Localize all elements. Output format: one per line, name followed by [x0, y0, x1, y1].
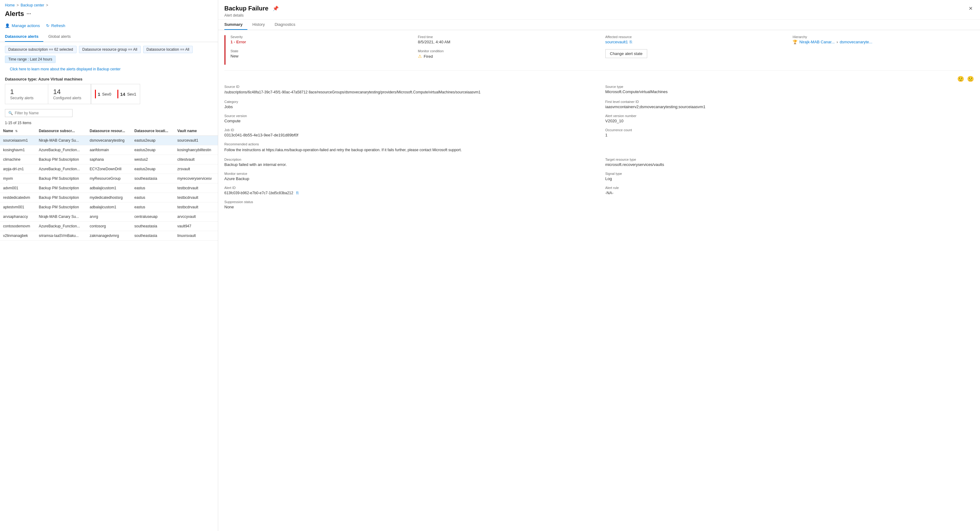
sev0-bar	[95, 90, 96, 99]
filter-location[interactable]: Datasource location == All	[143, 46, 192, 53]
sev0-item[interactable]: 1 Sev0	[95, 90, 111, 99]
monitor-service-label: Monitor service	[224, 172, 593, 175]
occurrence-label: Occurrence count	[605, 128, 974, 132]
sev0-label: Sev0	[102, 92, 111, 97]
cell-resourceGroup: mydedicatedhostsrg	[87, 193, 132, 202]
cell-resourceGroup: saphana	[87, 155, 132, 164]
filter-input-box: 🔍	[5, 109, 73, 117]
cell-location: eastus	[131, 193, 174, 202]
security-alerts-card[interactable]: 1 Security alerts	[5, 84, 48, 104]
close-panel-button[interactable]: ✕	[967, 4, 974, 13]
col-name[interactable]: Name ⇅	[0, 126, 36, 136]
description-item: Description Backup failed with an intern…	[224, 157, 593, 167]
severity-item: Severity 1 - Error	[231, 35, 412, 44]
fired-time-value: 8/5/2021, 4:40 AM	[418, 40, 599, 44]
right-panel: Backup Failure 📌 Alert details ✕ Summary…	[218, 0, 980, 531]
affected-resource-link[interactable]: sourcevault1	[605, 40, 628, 44]
category-item: Category Jobs	[224, 100, 593, 109]
cell-resourceGroup: dsmovecanarytesting	[87, 136, 132, 145]
copy-alert-id-icon[interactable]: ⎘	[296, 191, 299, 195]
cell-name: arvsaphanaccy	[0, 212, 36, 221]
breadcrumb-home[interactable]: Home	[5, 3, 15, 7]
cell-subscription: Nirajk-MAB Canary Su...	[36, 136, 87, 145]
cell-vault: kosinghaecybilltestin	[174, 145, 218, 155]
thumbs-down-button[interactable]: 🙁	[967, 76, 974, 83]
hierarchy-item2[interactable]: dsmovecanaryte...	[840, 40, 872, 44]
page-menu[interactable]: ···	[26, 11, 31, 17]
filter-subscription[interactable]: Datasource subscription == 62 selected	[5, 46, 76, 53]
table-row[interactable]: advm001Backup PM Subscriptionadbalajicus…	[0, 183, 218, 193]
sev0-count: 1	[98, 92, 100, 97]
feedback-row: 🙂 🙁	[224, 76, 974, 83]
affected-resource-item: Affected resource sourcevault1 ⎘	[605, 35, 787, 44]
alert-tabs: Datasource alerts Global alerts	[0, 32, 218, 42]
state-value: New	[231, 54, 412, 58]
sev1-item[interactable]: 14 Sev1	[118, 90, 136, 99]
table-row[interactable]: sourceiaasvm1Nirajk-MAB Canary Su...dsmo…	[0, 136, 218, 145]
col-vault[interactable]: Vault name	[174, 126, 218, 136]
filter-by-name-input[interactable]	[15, 111, 69, 115]
items-count: 1-15 of 15 items	[0, 119, 218, 126]
info-link[interactable]: Click here to learn more about the alert…	[5, 66, 126, 75]
sev1-bar	[118, 90, 118, 99]
copy-resource-icon[interactable]: ⎘	[630, 40, 632, 44]
thumbs-up-button[interactable]: 🙂	[957, 76, 964, 83]
table-row[interactable]: myvmBackup PM SubscriptionmyResourceGrou…	[0, 174, 218, 183]
cell-name: advm001	[0, 183, 36, 193]
table-row[interactable]: v2linmanagbeksriramsa-IaaSVmBaku...zakma…	[0, 231, 218, 241]
cell-location: eastus	[131, 202, 174, 212]
table-row[interactable]: arpja-drl-zn1AzureBackup_Function...ECYZ…	[0, 164, 218, 174]
summary-cards: 1 Security alerts 14 Configured alerts 1…	[0, 84, 218, 108]
table-row[interactable]: aptestvm001Backup PM Subscriptionadbalaj…	[0, 202, 218, 212]
manage-actions-button[interactable]: 👤 Manage actions	[5, 23, 40, 28]
cell-vault: myrecoveryservicesv	[174, 174, 218, 183]
recommended-actions-label: Recommended actions	[224, 142, 974, 146]
panel-header: Backup Failure 📌 Alert details ✕	[218, 0, 980, 20]
source-type-item: Source type Microsoft.Compute/virtualMac…	[605, 85, 974, 95]
cell-vault: linuxrsvault	[174, 231, 218, 241]
source-type-label: Source type	[605, 85, 974, 89]
description-label: Description	[224, 157, 593, 161]
col-resource-group[interactable]: Datasource resour...	[87, 126, 132, 136]
configured-alerts-card[interactable]: 14 Configured alerts	[48, 84, 91, 104]
cell-resourceGroup: zakmanagedvmrg	[87, 231, 132, 241]
fired-icon: ⚠	[418, 54, 422, 59]
tab-datasource[interactable]: Datasource alerts	[5, 32, 43, 42]
datasource-type: Datasource type: Azure Virtual machines	[0, 75, 218, 84]
refresh-button[interactable]: ↻ Refresh	[46, 23, 65, 28]
table-row[interactable]: restdedicatedvmBackup PM Subscriptionmyd…	[0, 193, 218, 202]
cell-vault: testbcdrvault	[174, 202, 218, 212]
panel-tab-diagnostics[interactable]: Diagnostics	[275, 20, 300, 30]
cell-resourceGroup: arvrg	[87, 212, 132, 221]
col-location[interactable]: Datasource locati...	[131, 126, 174, 136]
table-row[interactable]: arvsaphanaccyNirajk-MAB Canary Su...arvr…	[0, 212, 218, 221]
detail-wide-grid: Source ID /subscriptions/6c48fa17-39c7-4…	[224, 85, 974, 209]
cell-location: eastus2euap	[131, 164, 174, 174]
cell-resourceGroup: adbalajicustom1	[87, 202, 132, 212]
security-alerts-label: Security alerts	[10, 96, 43, 100]
cell-location: southeastasia	[131, 174, 174, 183]
pin-button[interactable]: 📌	[271, 4, 280, 13]
col-subscription[interactable]: Datasource subscr...	[36, 126, 87, 136]
page-title: Alerts ···	[0, 9, 218, 22]
hierarchy-item1[interactable]: Nirajk-MAB Canar...	[799, 40, 835, 44]
source-version-label: Source version	[224, 114, 593, 118]
filter-time-range[interactable]: Time range : Last 24 hours	[5, 56, 56, 63]
sev1-label: Sev1	[127, 92, 137, 97]
hierarchy-label: Hierarchy	[792, 35, 974, 39]
filter-resource-group[interactable]: Datasource resource group == All	[79, 46, 141, 53]
job-id-label: Job ID	[224, 128, 593, 132]
monitor-service-value: Azure Backup	[224, 176, 593, 181]
toolbar: 👤 Manage actions ↻ Refresh	[0, 22, 218, 32]
table-row[interactable]: climachineBackup PM Subscriptionsaphanaw…	[0, 155, 218, 164]
recommended-actions-text: Follow the instructions at https://aka.m…	[224, 147, 974, 153]
change-alert-state-button[interactable]: Change alert state	[605, 49, 647, 58]
breadcrumb-backup-center[interactable]: Backup center	[21, 3, 44, 7]
panel-tab-history[interactable]: History	[252, 20, 269, 30]
source-id-label: Source ID	[224, 85, 593, 89]
tab-global[interactable]: Global alerts	[48, 32, 76, 42]
table-row[interactable]: kosinghavm1AzureBackup_Function...aarifd…	[0, 145, 218, 155]
table-row[interactable]: contosodemovmAzureBackup_Function...cont…	[0, 221, 218, 231]
panel-tab-summary[interactable]: Summary	[224, 20, 247, 30]
cell-subscription: Backup PM Subscription	[36, 183, 87, 193]
